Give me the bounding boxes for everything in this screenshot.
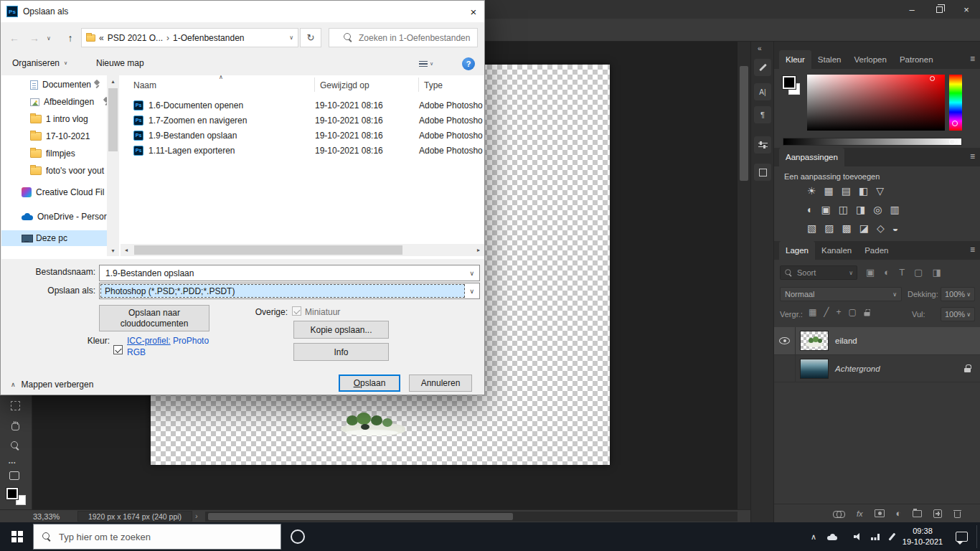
address-dropdown-chevron[interactable]: ∨	[289, 34, 293, 41]
blend-mode-dropdown[interactable]: Normaal ∨	[780, 287, 902, 301]
filter-pixel-layers-icon[interactable]: ▣	[866, 267, 875, 278]
adjustment-icon[interactable]: ◒	[892, 222, 898, 234]
filter-text-layers-icon[interactable]: T	[899, 267, 905, 278]
file-row[interactable]: Ps 1.7-Zoomen en navigeren 19-10-2021 08…	[133, 113, 484, 128]
saturation-brightness-field[interactable]	[807, 75, 945, 131]
dialog-close-button[interactable]: ×	[463, 1, 484, 22]
expand-panels-icon[interactable]: «	[758, 44, 762, 52]
help-button[interactable]: ?	[462, 57, 475, 70]
tray-pen-icon[interactable]	[884, 522, 900, 551]
layer-filter-search[interactable]: Soort ∨	[780, 265, 857, 280]
layer-thumbnail[interactable]	[800, 359, 829, 379]
icc-profile-checkbox[interactable]	[113, 345, 123, 354]
scrollbar-thumb[interactable]	[134, 245, 402, 255]
new-adjustment-layer-icon[interactable]: ◐	[896, 508, 902, 519]
icc-profile-label[interactable]: ICC-profiel: ProPhoto RGB	[127, 335, 220, 358]
photo-filter-icon[interactable]: ◨	[856, 204, 865, 215]
character-panel-icon[interactable]: A|	[754, 83, 771, 100]
black-white-icon[interactable]: ◫	[839, 204, 848, 215]
tab-stalen[interactable]: Stalen	[811, 50, 848, 69]
window-restore-button[interactable]	[925, 0, 953, 19]
curves-icon[interactable]: ▤	[842, 185, 851, 197]
scroll-down-button[interactable]: ▾	[107, 245, 119, 256]
lock-paint-icon[interactable]: ╱	[824, 307, 829, 317]
edit-toolbar-icon[interactable]: •••	[9, 460, 16, 465]
brightness-contrast-icon[interactable]: ☀	[807, 185, 816, 197]
tab-kanalen[interactable]: Kanalen	[815, 241, 858, 260]
channel-mixer-icon[interactable]: ◎	[873, 204, 882, 215]
column-header-gewijzigd-op[interactable]: Gewijzigd op	[320, 80, 369, 90]
window-minimize-button[interactable]: –	[898, 0, 925, 19]
invert-icon[interactable]: ▧	[807, 222, 816, 234]
column-separator[interactable]	[314, 77, 315, 92]
color-ramp-slider[interactable]	[783, 138, 962, 146]
new-group-icon[interactable]	[913, 510, 922, 517]
save-copy-button[interactable]: Kopie opslaan...	[293, 321, 389, 339]
add-mask-icon[interactable]	[875, 509, 885, 517]
tab-paden[interactable]: Paden	[858, 241, 895, 260]
posterize-icon[interactable]: ▨	[824, 222, 834, 234]
color-lookup-icon[interactable]: ▥	[890, 204, 899, 215]
vibrance-icon[interactable]: ▽	[876, 185, 884, 197]
layer-style-icon[interactable]: fx	[857, 509, 863, 518]
breadcrumb-overflow[interactable]: «	[99, 33, 104, 43]
start-button[interactable]	[3, 522, 32, 551]
show-desktop-button[interactable]	[976, 525, 977, 548]
layer-thumbnail[interactable]	[800, 331, 829, 351]
paragraph-panel-icon[interactable]: ¶	[754, 106, 771, 123]
canvas-vertical-scrollbar[interactable]	[738, 42, 750, 509]
lock-all-icon[interactable]	[864, 309, 870, 316]
info-button[interactable]: Info	[293, 343, 389, 361]
lock-artboard-icon[interactable]: ▢	[849, 307, 857, 317]
miniatuur-checkbox[interactable]	[292, 306, 301, 316]
scroll-left-button[interactable]: ◂	[121, 244, 132, 256]
column-header-type[interactable]: Type	[424, 80, 443, 90]
file-row[interactable]: Ps 1.11-Lagen exporteren 19-10-2021 08:1…	[133, 143, 484, 158]
column-separator[interactable]	[418, 77, 419, 92]
sidebar-item-onedrive[interactable]: OneDrive - Persor	[22, 209, 108, 225]
tab-kleur[interactable]: Kleur	[779, 50, 811, 69]
filter-adjustment-layers-icon[interactable]: ◐	[884, 267, 890, 278]
tab-aanpassingen[interactable]: Aanpassingen	[779, 148, 844, 166]
sidebar-item-1-intro-vlog[interactable]: 1 intro vlog	[30, 111, 108, 127]
foreground-swatch[interactable]	[783, 76, 796, 89]
taskbar-search-box[interactable]: Typ hier om te zoeken	[33, 524, 281, 550]
hue-saturation-icon[interactable]: ◐	[807, 204, 813, 215]
levels-icon[interactable]: ▦	[824, 185, 834, 197]
column-header-naam[interactable]: Naam	[133, 80, 156, 90]
saveas-type-dropdown[interactable]: Photoshop (*.PSD;*.PDD;*.PSDT) ∨	[99, 283, 480, 299]
fill-dropdown[interactable]: 100% ∨	[941, 307, 975, 321]
tab-verlopen[interactable]: Verlopen	[847, 50, 892, 69]
filter-smart-objects-icon[interactable]: ◨	[932, 267, 941, 278]
link-layers-icon[interactable]	[833, 511, 845, 517]
scroll-up-button[interactable]: ▴	[107, 75, 119, 87]
file-row[interactable]: Ps 1.9-Bestanden opslaan 19-10-2021 08:1…	[133, 128, 484, 143]
tray-speaker-icon[interactable]	[849, 522, 867, 551]
layer-row-eiland[interactable]: eiland	[774, 327, 980, 354]
hue-slider[interactable]	[949, 75, 962, 131]
threshold-icon[interactable]: ▩	[842, 222, 851, 234]
color-balance-icon[interactable]: ▣	[821, 204, 830, 215]
search-box[interactable]: Zoeken in 1-Oefenbestanden	[329, 28, 478, 47]
status-chevron-icon[interactable]: ›	[195, 512, 198, 520]
visibility-toggle[interactable]	[774, 355, 796, 382]
visibility-toggle[interactable]	[774, 327, 796, 354]
cancel-button[interactable]: Annuleren	[409, 375, 472, 392]
canvas-horizontal-scrollbar[interactable]	[205, 512, 738, 522]
sidebar-item-fotos-voor-youtube[interactable]: foto's voor yout	[30, 163, 108, 179]
panel-menu-icon[interactable]: ≡	[970, 54, 975, 64]
marquee-tool-icon[interactable]	[11, 401, 20, 413]
scroll-right-button[interactable]: ▸	[473, 244, 484, 256]
up-button[interactable]: ↑	[61, 29, 80, 47]
action-center-button[interactable]	[948, 522, 974, 551]
zoom-tool-icon[interactable]	[11, 441, 20, 453]
selective-color-icon[interactable]: ◇	[877, 222, 885, 234]
scrollbar-thumb[interactable]	[208, 513, 513, 520]
window-close-button[interactable]: ×	[953, 0, 980, 19]
sidebar-item-filmpjes[interactable]: filmpjes	[30, 146, 108, 161]
layer-row-achtergrond[interactable]: Achtergrond	[774, 354, 980, 382]
recent-locations-chevron[interactable]: ∨	[44, 33, 54, 43]
panel-menu-icon[interactable]: ≡	[970, 245, 975, 255]
new-layer-icon[interactable]	[933, 509, 942, 518]
delete-layer-icon[interactable]	[953, 509, 961, 518]
